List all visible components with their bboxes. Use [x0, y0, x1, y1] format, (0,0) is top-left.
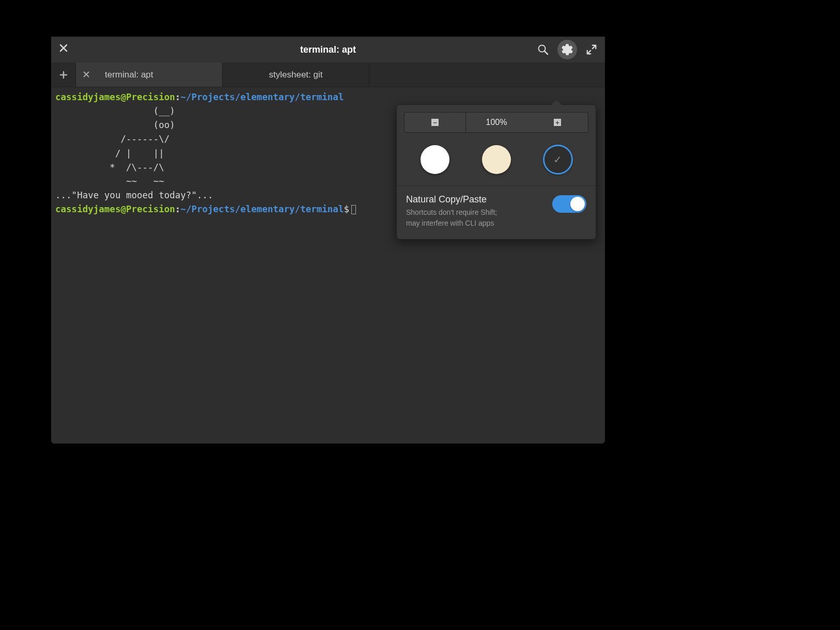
terminal-cursor: [351, 205, 356, 214]
settings-button[interactable]: [557, 40, 577, 59]
close-button[interactable]: [57, 43, 70, 56]
ascii-art-line: / | ||: [55, 148, 164, 159]
new-tab-button[interactable]: [51, 62, 76, 87]
ascii-art-line: (__): [55, 106, 175, 116]
plus-icon: [59, 71, 68, 79]
tab-close-button[interactable]: [83, 69, 89, 80]
plus-icon: +: [554, 119, 561, 126]
header-actions: [536, 40, 599, 59]
close-icon: [83, 71, 89, 77]
natural-copy-paste-setting: Natural Copy/Paste Shortcuts don't requi…: [397, 186, 596, 239]
settings-popover: − 100% + Natural Copy/Paste Shortcuts do…: [396, 104, 596, 240]
fullscreen-button[interactable]: [584, 42, 599, 57]
zoom-out-button[interactable]: −: [405, 113, 465, 132]
setting-title: Natural Copy/Paste: [406, 194, 546, 205]
zoom-level[interactable]: 100%: [465, 113, 527, 132]
tab-terminal-apt[interactable]: terminal: apt: [76, 62, 223, 87]
prompt-path: ~/Projects/elementary/terminal: [180, 204, 344, 214]
prompt-path: ~/Projects/elementary/terminal: [180, 92, 344, 102]
ascii-art-line: * /\---/\: [55, 162, 164, 172]
setting-description: Shortcuts don't require Shift; may inter…: [406, 207, 546, 229]
toggle-knob: [570, 197, 585, 211]
minus-icon: −: [431, 119, 439, 126]
theme-sepia[interactable]: [482, 145, 511, 174]
search-icon: [537, 43, 549, 56]
prompt-user-host: cassidyjames@Precision: [55, 92, 175, 102]
zoom-controls: − 100% +: [404, 112, 588, 133]
theme-light[interactable]: [421, 145, 449, 174]
setting-text: Natural Copy/Paste Shortcuts don't requi…: [406, 194, 546, 229]
prompt-user-host: cassidyjames@Precision: [55, 204, 175, 214]
tab-stylesheet-git[interactable]: stylesheet: git: [223, 62, 369, 87]
zoom-in-button[interactable]: +: [527, 113, 588, 132]
close-icon: [59, 44, 68, 52]
ascii-art-line: ~~ ~~: [55, 176, 164, 186]
ascii-art-line: (oo): [55, 120, 175, 130]
tab-bar: terminal: apt stylesheet: git: [51, 62, 605, 87]
theme-dark[interactable]: [543, 145, 572, 174]
tab-label: stylesheet: git: [230, 70, 362, 80]
gear-icon: [561, 43, 574, 56]
terminal-window: terminal: apt terminal: apt stylesheet: …: [51, 37, 605, 444]
terminal-line: ..."Have you mooed today?"...: [55, 190, 213, 200]
theme-selector: [397, 140, 596, 185]
tab-label: terminal: apt: [105, 70, 215, 80]
search-button[interactable]: [536, 42, 550, 57]
ascii-art-line: /------\/: [55, 134, 169, 144]
fullscreen-icon: [586, 44, 597, 55]
window-title: terminal: apt: [300, 44, 356, 55]
natural-copy-paste-toggle[interactable]: [552, 195, 586, 213]
headerbar: terminal: apt: [51, 37, 605, 62]
